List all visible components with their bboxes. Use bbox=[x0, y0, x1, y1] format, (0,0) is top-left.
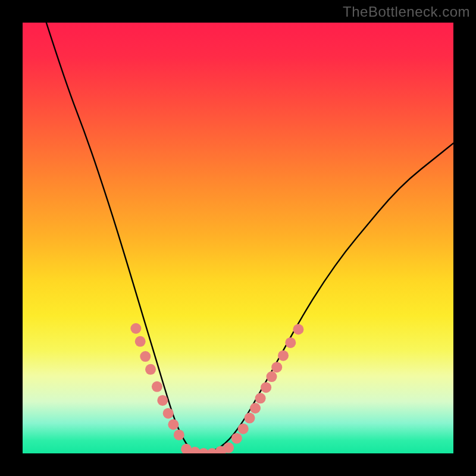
chart-svg bbox=[23, 23, 453, 453]
marker-dot bbox=[293, 324, 303, 335]
watermark-text: TheBottleneck.com bbox=[343, 4, 470, 20]
marker-dot bbox=[231, 433, 242, 444]
marker-dot bbox=[255, 393, 266, 403]
marker-dot bbox=[278, 350, 289, 361]
marker-dot bbox=[250, 403, 261, 414]
marker-dot bbox=[163, 408, 174, 419]
marker-dot bbox=[267, 371, 277, 382]
marker-dot bbox=[135, 336, 146, 347]
marker-dot bbox=[130, 323, 141, 334]
bottleneck-curve bbox=[46, 23, 453, 453]
marker-dot bbox=[168, 419, 178, 430]
marker-dot bbox=[145, 364, 156, 375]
marker-dot bbox=[152, 381, 162, 392]
marker-dot bbox=[261, 382, 271, 393]
marker-dot bbox=[238, 424, 249, 434]
marker-dot bbox=[174, 430, 184, 440]
marker-dot bbox=[285, 337, 296, 348]
chart-frame: TheBottleneck.com bbox=[0, 0, 476, 476]
marker-dot bbox=[245, 413, 255, 424]
marker-dot bbox=[271, 362, 282, 372]
marker-dot bbox=[157, 395, 168, 406]
dot-overlay bbox=[130, 323, 303, 453]
marker-dot bbox=[140, 351, 151, 362]
marker-dot bbox=[223, 443, 234, 453]
